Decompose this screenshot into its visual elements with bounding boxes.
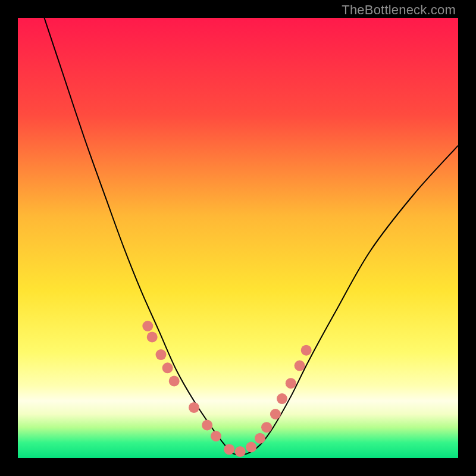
curve-dots xyxy=(142,321,311,457)
bottleneck-curve xyxy=(44,18,458,455)
dot xyxy=(142,321,153,331)
dot xyxy=(301,345,312,356)
dot xyxy=(147,332,158,343)
watermark-text: TheBottleneck.com xyxy=(342,2,456,18)
chart-svg xyxy=(18,18,458,458)
dot xyxy=(270,409,281,419)
dot xyxy=(261,422,272,433)
dot xyxy=(156,349,167,360)
plot-area xyxy=(18,18,458,458)
dot xyxy=(246,442,256,453)
dot xyxy=(189,402,199,413)
dot xyxy=(224,444,234,455)
dot xyxy=(295,361,305,371)
dot xyxy=(286,378,296,389)
dot xyxy=(211,431,221,441)
dot xyxy=(235,446,246,457)
outer-frame: TheBottleneck.com xyxy=(0,0,476,476)
dot xyxy=(162,362,173,373)
dot xyxy=(255,433,265,444)
dot xyxy=(202,420,212,431)
dot xyxy=(277,393,287,404)
dot xyxy=(169,376,180,387)
